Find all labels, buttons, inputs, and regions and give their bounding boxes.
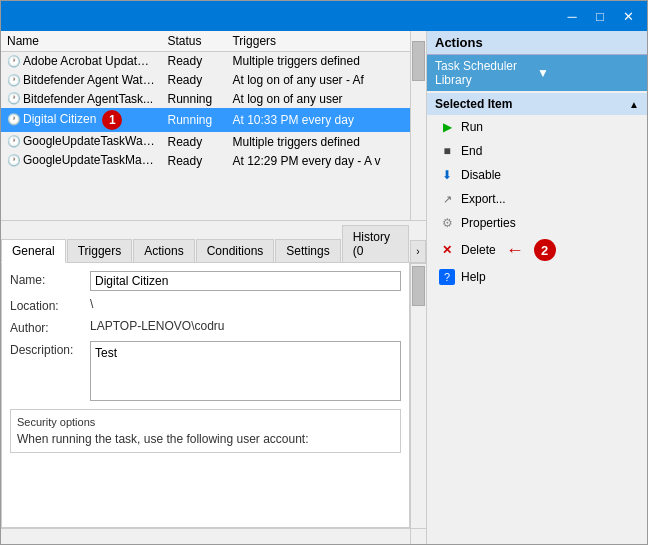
clock-icon: 🕐	[7, 135, 21, 149]
collapse-arrow-icon[interactable]: ▲	[629, 99, 639, 110]
col-status: Status	[161, 31, 226, 52]
task-row[interactable]: 🕐Bitdefender AgentTask...RunningAt log o…	[1, 90, 410, 109]
close-button[interactable]: ✕	[615, 6, 641, 26]
properties-icon: ⚙	[439, 215, 455, 231]
action-delete[interactable]: ✕ Delete ← 2	[427, 235, 647, 265]
task-name-cell: 🕐Digital Citizen1	[1, 108, 161, 132]
export-label: Export...	[461, 192, 506, 206]
author-row: Author: LAPTOP-LENOVO\codru	[10, 319, 401, 335]
action-export[interactable]: ↗ Export...	[427, 187, 647, 211]
task-name-text: Digital Citizen	[23, 113, 96, 127]
library-dropdown-label: Task Scheduler Library	[435, 59, 537, 87]
tab-actions[interactable]: Actions	[133, 239, 194, 262]
bottom-panel: General Triggers Actions Conditions Sett…	[1, 221, 426, 544]
tab-settings[interactable]: Settings	[275, 239, 340, 262]
clock-icon: 🕐	[7, 55, 21, 69]
tab-history[interactable]: History (0	[342, 225, 409, 262]
scrollbar-thumb[interactable]	[412, 41, 425, 81]
details-hscrollbar[interactable]	[1, 528, 410, 544]
task-row[interactable]: 🕐Adobe Acrobat Update ...ReadyMultiple t…	[1, 52, 410, 71]
action-run[interactable]: ▶ Run	[427, 115, 647, 139]
action-disable[interactable]: ⬇ Disable	[427, 163, 647, 187]
help-label: Help	[461, 270, 486, 284]
tabs-bar: General Triggers Actions Conditions Sett…	[1, 221, 426, 263]
task-name-text: Adobe Acrobat Update ...	[23, 54, 157, 68]
author-value: LAPTOP-LENOVO\codru	[90, 319, 401, 333]
task-name-text: GoogleUpdateTaskWac...	[23, 134, 159, 148]
action-end[interactable]: ■ End	[427, 139, 647, 163]
delete-icon: ✕	[439, 242, 455, 258]
tab-scroll-arrow[interactable]: ›	[410, 240, 426, 262]
task-row[interactable]: 🕐GoogleUpdateTaskMac...ReadyAt 12:29 PM …	[1, 151, 410, 170]
run-label: Run	[461, 120, 483, 134]
task-name-cell: 🕐Bitdefender AgentTask...	[1, 90, 161, 109]
selected-item-label: Selected Item	[435, 97, 512, 111]
task-row[interactable]: 🕐GoogleUpdateTaskWac...ReadyMultiple tri…	[1, 132, 410, 151]
clock-icon: 🕐	[7, 74, 21, 88]
badge-2: 2	[534, 239, 556, 261]
main-window: ─ □ ✕ Name Status Triggers	[0, 0, 648, 545]
library-dropdown[interactable]: Task Scheduler Library ▼	[427, 55, 647, 91]
clock-icon: 🕐	[7, 92, 21, 106]
tab-general[interactable]: General	[1, 239, 66, 263]
task-name-cell: 🕐GoogleUpdateTaskMac...	[1, 151, 161, 170]
task-status-cell: Ready	[161, 151, 226, 170]
minimize-button[interactable]: ─	[559, 6, 585, 26]
task-name-text: Bitdefender Agent Watc...	[23, 73, 159, 87]
task-name-cell: 🕐GoogleUpdateTaskWac...	[1, 132, 161, 151]
name-label: Name:	[10, 271, 90, 287]
location-row: Location: \	[10, 297, 401, 313]
task-name-cell: 🕐Adobe Acrobat Update ...	[1, 52, 161, 71]
title-bar: ─ □ ✕	[1, 1, 647, 31]
end-label: End	[461, 144, 482, 158]
security-title: Security options	[17, 416, 394, 428]
action-help[interactable]: ? Help	[427, 265, 647, 289]
security-text: When running the task, use the following…	[17, 432, 394, 446]
task-status-cell: Running	[161, 90, 226, 109]
main-content: Name Status Triggers 🕐Adobe Acrobat Upda…	[1, 31, 647, 544]
details-vscrollbar[interactable]	[410, 263, 426, 528]
details-scrollbar-corner	[410, 528, 426, 544]
task-row[interactable]: 🕐Bitdefender Agent Watc...ReadyAt log on…	[1, 71, 410, 90]
description-row: Description: Test	[10, 341, 401, 401]
left-panel: Name Status Triggers 🕐Adobe Acrobat Upda…	[1, 31, 427, 544]
title-bar-buttons: ─ □ ✕	[559, 6, 641, 26]
action-properties[interactable]: ⚙ Properties	[427, 211, 647, 235]
task-list-vscrollbar[interactable]	[410, 31, 426, 220]
task-status-cell: Ready	[161, 71, 226, 90]
maximize-button[interactable]: □	[587, 6, 613, 26]
clock-icon: 🕐	[7, 113, 21, 127]
run-icon: ▶	[439, 119, 455, 135]
dropdown-arrow-icon: ▼	[537, 66, 639, 80]
author-label: Author:	[10, 319, 90, 335]
details-hscroll-row	[1, 528, 426, 544]
task-name-text: GoogleUpdateTaskMac...	[23, 153, 158, 167]
task-triggers-cell: At 12:29 PM every day - A v	[226, 151, 410, 170]
description-input[interactable]: Test	[90, 341, 401, 401]
task-triggers-cell: At log on of any user	[226, 90, 410, 109]
task-triggers-cell: At log on of any user - Af	[226, 71, 410, 90]
help-icon: ?	[439, 269, 455, 285]
task-list-container: Name Status Triggers 🕐Adobe Acrobat Upda…	[1, 31, 426, 221]
task-triggers-cell: Multiple triggers defined	[226, 52, 410, 71]
properties-label: Properties	[461, 216, 516, 230]
actions-header: Actions	[427, 31, 647, 55]
tab-conditions[interactable]: Conditions	[196, 239, 275, 262]
col-name: Name	[1, 31, 161, 52]
name-input[interactable]	[90, 271, 401, 291]
details-scrollbar-thumb[interactable]	[412, 266, 425, 306]
location-value: \	[90, 297, 401, 311]
tab-triggers[interactable]: Triggers	[67, 239, 133, 262]
badge-1: 1	[102, 110, 122, 130]
export-icon: ↗	[439, 191, 455, 207]
task-list-scroll[interactable]: Name Status Triggers 🕐Adobe Acrobat Upda…	[1, 31, 410, 220]
details-area: Name: Location: \ Author: LAPTOP-LENOVO\…	[1, 263, 410, 528]
clock-icon: 🕐	[7, 154, 21, 168]
location-label: Location:	[10, 297, 90, 313]
arrow-annotation: ←	[506, 240, 524, 261]
right-panel: Actions Task Scheduler Library ▼ Selecte…	[427, 31, 647, 544]
task-name-cell: 🕐Bitdefender Agent Watc...	[1, 71, 161, 90]
task-row[interactable]: 🕐Digital Citizen1RunningAt 10:33 PM ever…	[1, 108, 410, 132]
col-triggers: Triggers	[226, 31, 410, 52]
selected-item-header: Selected Item ▲	[427, 93, 647, 115]
